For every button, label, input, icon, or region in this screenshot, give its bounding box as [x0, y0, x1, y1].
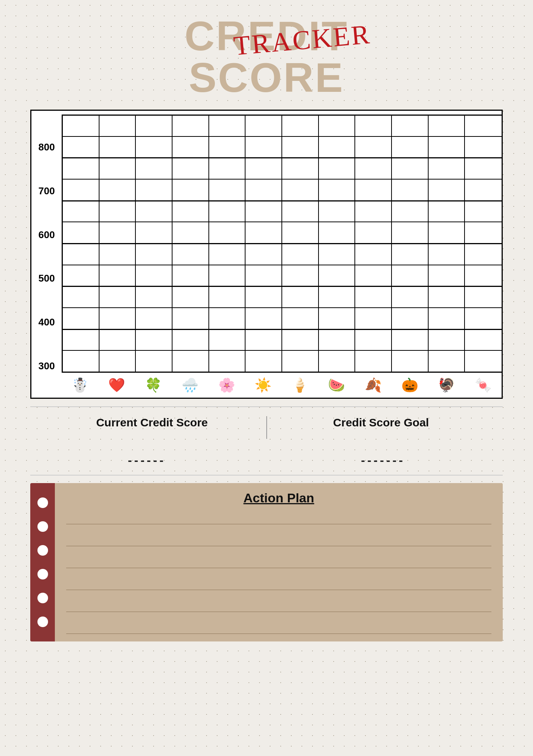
bullet-5 — [37, 593, 48, 603]
y-label-500: 500 — [31, 273, 58, 284]
action-plan-section: Action Plan — [30, 483, 503, 641]
month-dec-icon: 🍬 — [475, 377, 492, 393]
main-title: CREDIT SCORE tracker — [185, 15, 348, 98]
month-jul-icon: 🍦 — [291, 377, 308, 393]
month-feb-icon: ❤️ — [108, 377, 125, 393]
y-label-800: 800 — [31, 141, 58, 153]
scores-bottom: ------ ------- — [30, 439, 503, 476]
month-aug-icon: 🍉 — [328, 377, 345, 393]
current-score-value: ------ — [128, 453, 166, 467]
bullet-1 — [37, 497, 48, 508]
month-apr-icon: 🌧️ — [182, 377, 199, 393]
action-line-5[interactable] — [66, 601, 491, 612]
y-label-700: 700 — [31, 185, 58, 197]
action-line-3[interactable] — [66, 557, 491, 568]
month-sep-icon: 🍂 — [365, 377, 382, 393]
action-plan-sidebar — [30, 483, 55, 641]
title-section: CREDIT SCORE tracker — [23, 11, 510, 98]
y-label-300: 300 — [31, 360, 58, 372]
current-score-block: Current Credit Score — [45, 416, 259, 429]
bullet-4 — [37, 569, 48, 579]
y-label-600: 600 — [31, 229, 58, 241]
month-mar-icon: 🍀 — [145, 377, 162, 393]
scores-section: Current Credit Score Credit Score Goal — [30, 406, 503, 439]
goal-score-value: ------- — [361, 453, 405, 467]
month-jan-icon: ☃️ — [71, 377, 89, 393]
chart-grid — [62, 115, 502, 373]
title-line2: SCORE — [189, 54, 344, 101]
action-plan-body: Action Plan — [55, 483, 503, 641]
month-may-icon: 🌸 — [218, 377, 235, 393]
action-plan-lines — [66, 513, 491, 634]
action-line-2[interactable] — [66, 535, 491, 546]
bullet-6 — [37, 617, 48, 627]
month-jun-icon: ☀️ — [255, 377, 272, 393]
score-divider — [266, 416, 267, 439]
action-line-4[interactable] — [66, 579, 491, 590]
action-plan-title: Action Plan — [66, 491, 491, 505]
goal-score-block: Credit Score Goal — [275, 416, 488, 429]
bullet-2 — [37, 521, 48, 532]
action-line-6[interactable] — [66, 623, 491, 634]
credit-chart: 800 700 600 500 400 300 — [30, 110, 503, 399]
month-nov-icon: 🦃 — [438, 377, 455, 393]
action-line-1[interactable] — [66, 513, 491, 524]
grid-lines — [63, 115, 502, 372]
goal-score-label: Credit Score Goal — [275, 416, 488, 429]
bullet-3 — [37, 545, 48, 556]
month-oct-icon: 🎃 — [401, 377, 418, 393]
y-label-400: 400 — [31, 316, 58, 328]
current-score-label: Current Credit Score — [45, 416, 259, 429]
y-axis: 800 700 600 500 400 300 — [31, 115, 62, 373]
month-icons-row: ☃️ ❤️ 🍀 🌧️ 🌸 ☀️ 🍦 🍉 🍂 🎃 🦃 🍬 — [31, 373, 502, 398]
